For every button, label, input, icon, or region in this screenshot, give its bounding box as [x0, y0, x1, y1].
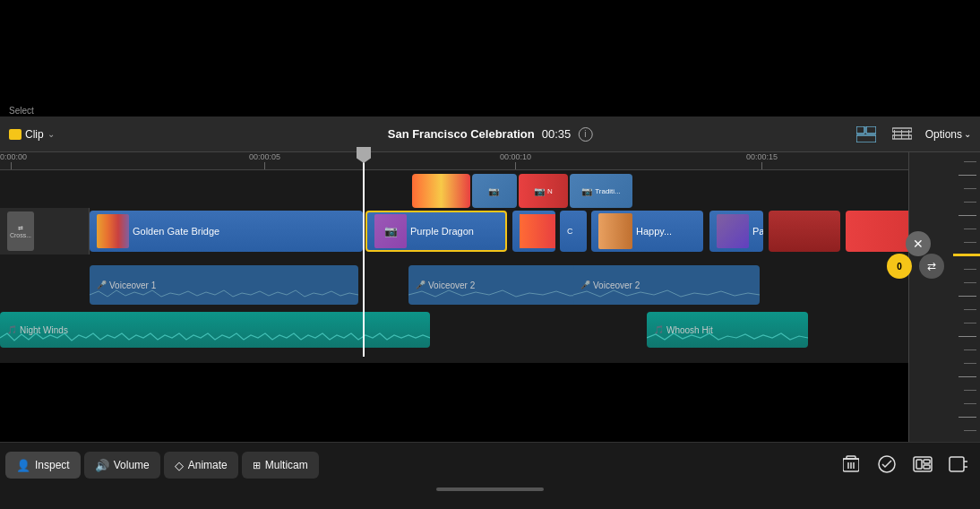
- audio-clip-0[interactable]: 🎵 Night Winds: [0, 312, 430, 348]
- ruler-line-3: [761, 162, 762, 169]
- top-clip-1[interactable]: [412, 174, 470, 208]
- voiceover-track-2[interactable]: 🎤 Voiceover 2: [573, 265, 760, 305]
- top-clip-3[interactable]: 📷 N: [519, 174, 568, 208]
- info-icon[interactable]: i: [578, 127, 592, 142]
- close-button[interactable]: ✕: [906, 231, 931, 256]
- toolbar-right: [838, 452, 971, 477]
- svg-rect-17: [924, 460, 930, 463]
- app-container: Select Clip ⌄ San Francisco Celebration …: [0, 0, 980, 509]
- dial-mark-4: [964, 188, 976, 189]
- multicam-button[interactable]: ⊞ Multicam: [242, 452, 319, 479]
- video-clip-2[interactable]: [512, 211, 555, 252]
- camera-icon-1: 📷: [488, 186, 499, 196]
- cross-dissolve-clip[interactable]: ⇄ Cross...: [7, 211, 34, 251]
- ruler-time-3: 00:00:15: [746, 152, 778, 161]
- options-button[interactable]: Options ⌄: [925, 128, 971, 141]
- svg-rect-5: [894, 130, 895, 139]
- bottom-toolbar: 👤 Inspect 🔊 Volume ◇ Animate ⊞ Multicam: [0, 442, 980, 509]
- toolbar-left: 👤 Inspect 🔊 Volume ◇ Animate ⊞ Multicam: [0, 452, 319, 479]
- audio-clip-1[interactable]: 🎵 Whoosh Hit: [647, 312, 808, 348]
- timecode-display: 00:35: [542, 127, 572, 141]
- clip-color-icon: [9, 129, 21, 140]
- ruler-marks: 00:00:00 00:00:05 00:00:10 00:00:15: [0, 151, 980, 169]
- speed-badge: 0: [887, 254, 912, 279]
- clip-thumbnail-5: [717, 214, 749, 248]
- voiceover-track-1[interactable]: 🎤 Voiceover 2: [408, 265, 586, 305]
- dial-mark-6: [959, 215, 976, 216]
- ruler-mark-1: 00:00:05: [264, 151, 265, 169]
- arrange-clips-button[interactable]: [910, 452, 935, 477]
- header-title-center: San Francisco Celebration 00:35 i: [388, 127, 593, 142]
- clip-thumbnail-1: 📷: [374, 214, 407, 248]
- dial-yellow-marker: [953, 254, 980, 256]
- clip-label-4: Happy...: [636, 226, 672, 237]
- video-clip-4[interactable]: Happy...: [591, 211, 703, 252]
- video-clip-1[interactable]: 📷 Purple Dragon: [365, 211, 507, 252]
- header-bar: Clip ⌄ San Francisco Celebration 00:35 i: [0, 116, 980, 152]
- project-title: San Francisco Celebration: [388, 127, 535, 141]
- multicam-label: Multicam: [265, 459, 308, 471]
- tracks-area: 📷 📷 N 📷 Traditi... ⇄ Cross...: [0, 170, 980, 363]
- svg-rect-6: [901, 130, 902, 139]
- arrangement-icon[interactable]: [854, 125, 879, 144]
- clip-thumbnail-4: [598, 213, 632, 249]
- dial-mark-14: [964, 323, 976, 324]
- clip-label-1: Purple Dragon: [410, 226, 474, 237]
- top-clip-4[interactable]: 📷 Traditi...: [570, 174, 632, 208]
- ruler-mark-0: 00:00:00: [11, 151, 12, 169]
- dial-mark-15: [959, 336, 976, 337]
- ruler-mark-3: 00:00:15: [761, 151, 762, 169]
- ruler-time-0: 00:00:00: [0, 152, 27, 161]
- audio-track: 🎵 Night Winds 🎵 Whoosh Hit: [0, 312, 980, 351]
- delete-button[interactable]: [838, 452, 864, 477]
- inspect-button[interactable]: 👤 Inspect: [5, 452, 81, 479]
- dial-mark-20: [964, 403, 976, 404]
- clip-label-0: Golden Gate Bridge: [133, 226, 219, 237]
- animate-label: Animate: [188, 459, 228, 471]
- dial-mark-18: [959, 376, 976, 377]
- check-button[interactable]: [874, 452, 899, 477]
- clip-label-3: C: [567, 227, 573, 236]
- chevron-down-icon: ⌄: [47, 129, 55, 139]
- dial-mark-17: [964, 363, 976, 364]
- cross-dissolve-label: ⇄ Cross...: [7, 225, 34, 238]
- preview-area: [0, 0, 980, 116]
- dial-mark-21: [959, 417, 976, 418]
- dial-mark-3: [959, 175, 976, 176]
- waveform-1: [408, 289, 586, 301]
- video-clip-0[interactable]: Golden Gate Bridge: [90, 211, 363, 252]
- dial-mark-7: [964, 229, 976, 229]
- video-clip-6[interactable]: [769, 211, 840, 252]
- dial-mark-5: [964, 202, 976, 203]
- dial-mark-2: [964, 161, 976, 162]
- playhead[interactable]: [363, 151, 365, 357]
- speed-action-button[interactable]: ⇄: [919, 254, 944, 279]
- dial-mark-10: [964, 269, 976, 270]
- timeline-icon[interactable]: [890, 125, 915, 144]
- svg-rect-1: [866, 126, 876, 134]
- volume-icon: 🔊: [95, 459, 109, 472]
- svg-rect-7: [908, 130, 909, 139]
- audio-waveform-0: [0, 332, 430, 344]
- ruler-time-2: 00:00:10: [500, 152, 531, 161]
- clip-details-button[interactable]: [946, 452, 971, 477]
- speed-indicator: 0 ⇄: [887, 254, 944, 279]
- clip-label: Clip: [25, 128, 44, 141]
- clip-selector[interactable]: Clip ⌄: [9, 128, 55, 141]
- volume-label: Volume: [114, 459, 150, 471]
- ruler-mark-2: 00:00:10: [515, 151, 516, 169]
- top-clip-label-1: N: [547, 187, 553, 195]
- volume-button[interactable]: 🔊 Volume: [84, 452, 160, 479]
- top-clip-2[interactable]: 📷: [472, 174, 517, 208]
- voiceover-tracks: 🎤 Voiceover 1 🎤 Voiceover 2 🎤 Voiceover …: [0, 262, 980, 308]
- ruler-time-1: 00:00:05: [249, 152, 280, 161]
- svg-rect-19: [950, 457, 964, 471]
- timeline-ruler: 00:00:00 00:00:05 00:00:10 00:00:15: [0, 151, 980, 170]
- inspect-label: Inspect: [35, 459, 70, 471]
- select-label: Select: [9, 106, 34, 116]
- voiceover-track-0[interactable]: 🎤 Voiceover 1: [90, 265, 358, 305]
- video-clip-5[interactable]: Pa...: [709, 211, 763, 252]
- video-clip-3[interactable]: C: [560, 211, 587, 252]
- animate-button[interactable]: ◇ Animate: [164, 452, 238, 479]
- dial-mark-12: [959, 296, 976, 297]
